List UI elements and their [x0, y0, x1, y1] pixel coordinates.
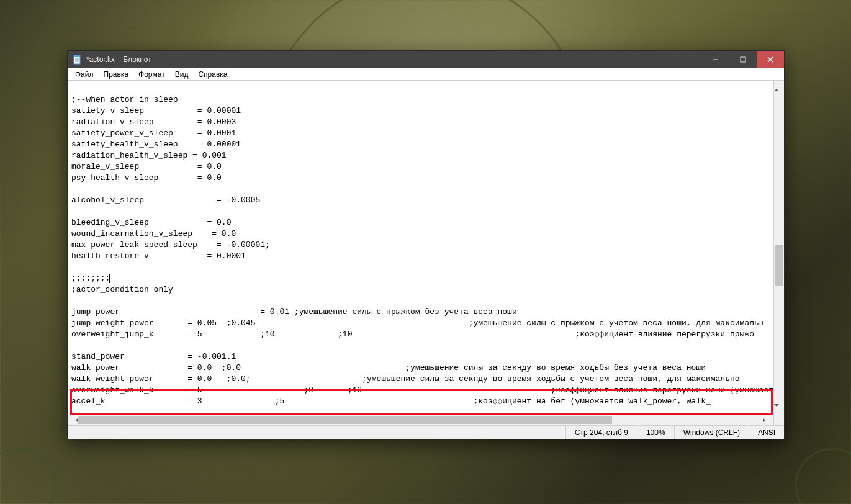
menu-view[interactable]: Вид [170, 69, 194, 80]
notepad-icon [73, 55, 83, 65]
close-button[interactable] [757, 51, 784, 68]
menubar: Файл Правка Формат Вид Справка [68, 68, 784, 81]
text-editor[interactable]: ;--when actor in sleep satiety_v_sleep =… [68, 81, 773, 415]
status-line-ending: Windows (CRLF) [674, 426, 749, 439]
statusbar: Стр 204, стлб 9 100% Windows (CRLF) ANSI [68, 425, 784, 439]
scrollbar-corner [773, 415, 784, 425]
window-title: *actor.ltx – Блокнот [86, 55, 151, 64]
scroll-up-button[interactable] [774, 81, 784, 91]
menu-edit[interactable]: Правка [99, 69, 134, 80]
scroll-right-button[interactable] [763, 415, 773, 425]
horizontal-scroll-track[interactable] [78, 415, 763, 425]
horizontal-scrollbar[interactable] [68, 415, 784, 425]
status-cursor-position: Стр 204, стлб 9 [565, 426, 637, 439]
vertical-scrollbar[interactable] [773, 81, 784, 415]
maximize-button[interactable] [729, 51, 757, 68]
vertical-scroll-thumb[interactable] [775, 245, 783, 286]
menu-help[interactable]: Справка [193, 69, 232, 80]
svg-rect-6 [741, 57, 745, 62]
scroll-left-button[interactable] [68, 415, 78, 425]
notepad-window: *actor.ltx – Блокнот Файл Правка Формат … [67, 50, 785, 439]
horizontal-scroll-thumb[interactable] [78, 416, 612, 424]
svg-rect-1 [74, 55, 80, 57]
status-zoom: 100% [637, 426, 674, 439]
minimize-button[interactable] [702, 51, 729, 68]
titlebar[interactable]: *actor.ltx – Блокнот [68, 51, 784, 68]
menu-file[interactable]: Файл [70, 69, 99, 80]
status-encoding: ANSI [749, 426, 784, 439]
scroll-down-button[interactable] [774, 404, 784, 415]
menu-format[interactable]: Формат [133, 69, 170, 80]
